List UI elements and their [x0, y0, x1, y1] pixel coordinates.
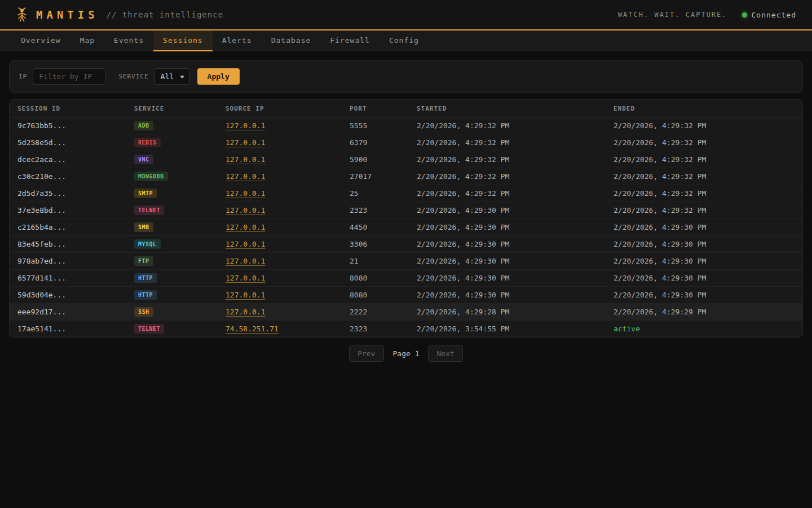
service-select-wrap: All: [155, 68, 189, 85]
page-indicator: Page 1: [393, 349, 420, 358]
source-ip-cell: 127.0.0.1: [218, 236, 342, 253]
service-cell: ADB: [126, 117, 218, 134]
started-cell: 2/20/2026, 4:29:30 PM: [409, 202, 606, 219]
port-cell: 8080: [342, 287, 409, 304]
column-header: ENDED: [606, 100, 802, 117]
table-row[interactable]: 83e45feb... MYSQL 127.0.0.1 3306 2/20/20…: [10, 236, 802, 253]
ended-cell: 2/20/2026, 4:29:30 PM: [606, 253, 802, 270]
tab-events[interactable]: Events: [104, 30, 153, 51]
port-cell: 21: [342, 253, 409, 270]
table-row[interactable]: 37e3e8bd... TELNET 127.0.0.1 2323 2/20/2…: [10, 202, 802, 219]
table-row[interactable]: 9c763bb5... ADB 127.0.0.1 5555 2/20/2026…: [10, 117, 802, 134]
service-badge: HTTP: [134, 273, 157, 283]
next-button[interactable]: Next: [428, 345, 462, 362]
ip-filter-input[interactable]: [33, 68, 106, 85]
tab-sessions[interactable]: Sessions: [153, 30, 213, 51]
ended-cell: 2/20/2026, 4:29:32 PM: [606, 151, 802, 168]
topbar-right: WATCH. WAIT. CAPTURE. Connected: [618, 11, 796, 19]
tagline: WATCH. WAIT. CAPTURE.: [618, 11, 727, 19]
table-row[interactable]: dcec2aca... VNC 127.0.0.1 5900 2/20/2026…: [10, 151, 802, 168]
table-row[interactable]: c2165b4a... SMB 127.0.0.1 4450 2/20/2026…: [10, 219, 802, 236]
source-ip-cell: 74.58.251.71: [218, 321, 342, 338]
prev-button[interactable]: Prev: [349, 345, 383, 362]
table-row[interactable]: 5d258e5d... REDIS 127.0.0.1 6379 2/20/20…: [10, 134, 802, 151]
service-badge: HTTP: [134, 290, 157, 300]
session-id-cell: 83e45feb...: [10, 236, 126, 253]
tab-overview[interactable]: Overview: [11, 30, 70, 51]
tab-firewall[interactable]: Firewall: [320, 30, 379, 51]
tab-database[interactable]: Database: [262, 30, 321, 51]
column-header: SESSION ID: [10, 100, 126, 117]
pagination: Prev Page 1 Next: [9, 345, 803, 362]
service-cell: TELNET: [126, 321, 218, 338]
table-row[interactable]: 6577d141... HTTP 127.0.0.1 8080 2/20/202…: [10, 270, 802, 287]
table-row[interactable]: 2d5d7a35... SMTP 127.0.0.1 25 2/20/2026,…: [10, 185, 802, 202]
service-filter-select[interactable]: All: [155, 68, 189, 85]
service-badge: VNC: [134, 155, 153, 164]
source-ip-link[interactable]: 127.0.0.1: [226, 121, 265, 130]
session-id-cell: 6577d141...: [10, 270, 126, 287]
source-ip-link[interactable]: 127.0.0.1: [226, 206, 265, 214]
service-badge: SSH: [134, 307, 153, 317]
ended-cell: active: [606, 321, 802, 338]
filter-panel: IP SERVICE All Apply: [9, 60, 803, 93]
source-ip-link[interactable]: 127.0.0.1: [226, 308, 265, 316]
service-cell: HTTP: [126, 270, 218, 287]
main-nav: OverviewMapEventsSessionsAlertsDatabaseF…: [0, 30, 812, 51]
source-ip-link[interactable]: 74.58.251.71: [226, 325, 279, 333]
session-id-cell: 59d3d04e...: [10, 287, 126, 304]
service-badge: TELNET: [134, 205, 164, 215]
table-row[interactable]: eee92d17... SSH 127.0.0.1 2222 2/20/2026…: [10, 304, 802, 321]
source-ip-link[interactable]: 127.0.0.1: [226, 223, 265, 231]
source-ip-link[interactable]: 127.0.0.1: [226, 274, 265, 282]
source-ip-link[interactable]: 127.0.0.1: [226, 189, 265, 198]
ended-cell: 2/20/2026, 4:29:30 PM: [606, 236, 802, 253]
brand: MANTIS // threat intelligence: [16, 7, 223, 23]
started-cell: 2/20/2026, 4:29:32 PM: [409, 134, 606, 151]
started-cell: 2/20/2026, 4:29:30 PM: [409, 270, 606, 287]
connection-status-label: Connected: [752, 11, 796, 19]
apply-button[interactable]: Apply: [197, 68, 240, 85]
port-cell: 5900: [342, 151, 409, 168]
service-cell: HTTP: [126, 287, 218, 304]
column-header: PORT: [342, 100, 409, 117]
tab-config[interactable]: Config: [379, 30, 429, 51]
tab-alerts[interactable]: Alerts: [213, 30, 262, 51]
started-cell: 2/20/2026, 3:54:55 PM: [409, 321, 606, 338]
source-ip-cell: 127.0.0.1: [218, 304, 342, 321]
sessions-table: SESSION IDSERVICESOURCE IPPORTSTARTEDEND…: [10, 100, 802, 337]
port-cell: 2323: [342, 321, 409, 338]
service-badge: REDIS: [134, 138, 161, 147]
source-ip-link[interactable]: 127.0.0.1: [226, 155, 265, 164]
ended-cell: 2/20/2026, 4:29:32 PM: [606, 202, 802, 219]
service-cell: TELNET: [126, 202, 218, 219]
table-row[interactable]: 59d3d04e... HTTP 127.0.0.1 8080 2/20/202…: [10, 287, 802, 304]
ended-cell: 2/20/2026, 4:29:32 PM: [606, 117, 802, 134]
source-ip-link[interactable]: 127.0.0.1: [226, 172, 265, 181]
port-cell: 25: [342, 185, 409, 202]
started-cell: 2/20/2026, 4:29:32 PM: [409, 151, 606, 168]
source-ip-link[interactable]: 127.0.0.1: [226, 240, 265, 248]
session-id-cell: c30c210e...: [10, 168, 126, 185]
table-header-row: SESSION IDSERVICESOURCE IPPORTSTARTEDEND…: [10, 100, 802, 117]
sessions-table-panel: SESSION IDSERVICESOURCE IPPORTSTARTEDEND…: [9, 99, 803, 338]
session-id-cell: 9c763bb5...: [10, 117, 126, 134]
service-cell: SMB: [126, 219, 218, 236]
source-ip-link[interactable]: 127.0.0.1: [226, 138, 265, 147]
source-ip-link[interactable]: 127.0.0.1: [226, 291, 265, 299]
source-ip-cell: 127.0.0.1: [218, 219, 342, 236]
service-badge: SMB: [134, 222, 153, 232]
tab-map[interactable]: Map: [70, 30, 104, 51]
table-row[interactable]: 17ae5141... TELNET 74.58.251.71 2323 2/2…: [10, 321, 802, 338]
source-ip-link[interactable]: 127.0.0.1: [226, 257, 265, 265]
source-ip-cell: 127.0.0.1: [218, 253, 342, 270]
session-id-cell: eee92d17...: [10, 304, 126, 321]
session-id-cell: 978ab7ed...: [10, 253, 126, 270]
table-row[interactable]: 978ab7ed... FTP 127.0.0.1 21 2/20/2026, …: [10, 253, 802, 270]
service-badge: ADB: [134, 121, 153, 130]
service-cell: VNC: [126, 151, 218, 168]
service-badge: MYSQL: [134, 239, 161, 249]
table-row[interactable]: c30c210e... MONGODB 127.0.0.1 27017 2/20…: [10, 168, 802, 185]
service-cell: MONGODB: [126, 168, 218, 185]
column-header: STARTED: [409, 100, 606, 117]
